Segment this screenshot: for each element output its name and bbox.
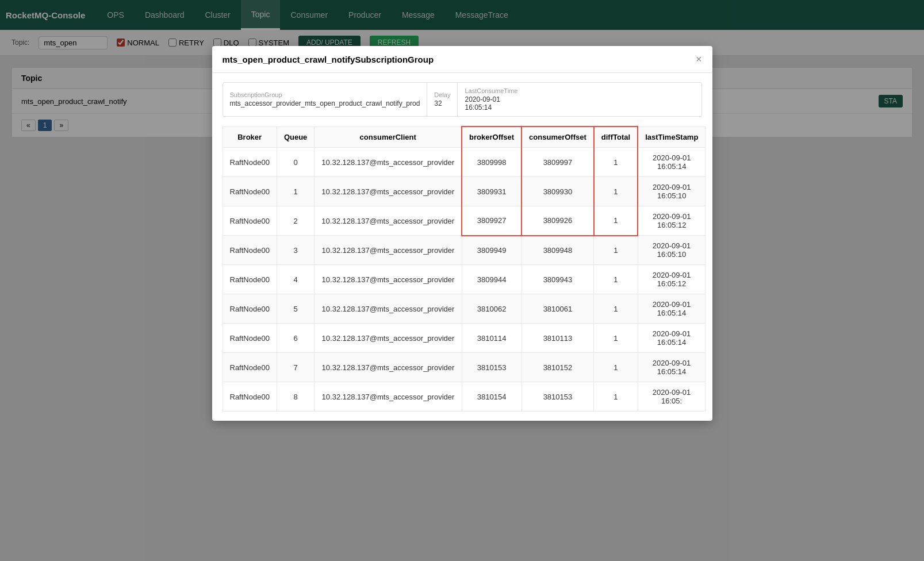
sub-last-consume-cell: LastConsumeTime 2020-09-01 16:05:14 xyxy=(458,83,524,116)
table-cell: 3809997 xyxy=(522,148,594,149)
sub-last-consume-value: 2020-09-01 16:05:14 xyxy=(465,95,517,112)
modal: mts_open_product_crawl_notifySubscriptio… xyxy=(212,46,712,149)
table-cell: RaftNode00 xyxy=(223,148,277,149)
modal-close-button[interactable]: × xyxy=(696,54,702,64)
col-header-lasttimestamp: lastTimeStamp xyxy=(638,126,706,148)
modal-header: mts_open_product_crawl_notifySubscriptio… xyxy=(212,46,712,73)
subscription-info: SubscriptionGroup mts_accessor_provider_… xyxy=(223,82,702,117)
col-header-consumerclient: consumerClient xyxy=(315,126,462,148)
modal-overlay: mts_open_product_crawl_notifySubscriptio… xyxy=(0,0,924,149)
modal-body: SubscriptionGroup mts_accessor_provider_… xyxy=(212,73,712,149)
sub-group-label: SubscriptionGroup xyxy=(230,91,420,98)
col-header-consumeroffset: consumerOffset xyxy=(522,126,594,148)
col-header-queue: Queue xyxy=(277,126,314,148)
table-cell: 10.32.128.137@mts_accessor_provider xyxy=(315,148,462,149)
sub-group-cell: SubscriptionGroup mts_accessor_provider_… xyxy=(223,83,428,116)
sub-delay-label: Delay xyxy=(434,91,450,98)
table-cell: 1 xyxy=(594,148,638,149)
col-header-difftotal: diffTotal xyxy=(594,126,638,148)
sub-delay-value: 32 xyxy=(434,99,450,107)
sub-group-value: mts_accessor_provider_mts_open_product_c… xyxy=(230,99,420,107)
col-header-broker: Broker xyxy=(223,126,277,148)
table-cell: 0 xyxy=(277,148,314,149)
table-row: RaftNode00010.32.128.137@mts_accessor_pr… xyxy=(223,148,706,149)
table-cell: 3809998 xyxy=(462,148,522,149)
data-table: BrokerQueueconsumerClientbrokerOffsetcon… xyxy=(223,126,706,149)
table-cell: 2020-09-01 16:05:14 xyxy=(638,148,706,149)
col-header-brokeroffset: brokerOffset xyxy=(462,126,522,148)
sub-delay-cell: Delay 32 xyxy=(427,83,458,116)
sub-last-consume-label: LastConsumeTime xyxy=(465,87,517,94)
modal-title: mts_open_product_crawl_notifySubscriptio… xyxy=(223,55,434,64)
